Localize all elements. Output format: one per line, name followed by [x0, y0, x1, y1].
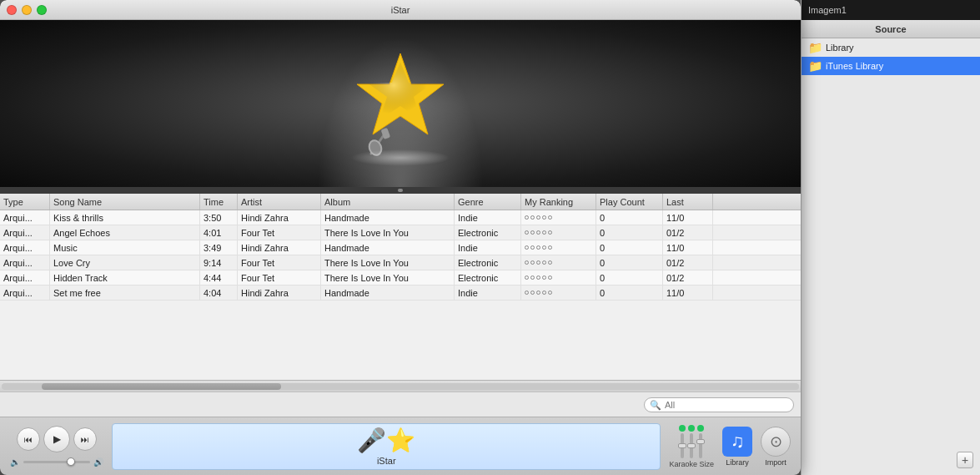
- cell-time: 9:14: [200, 255, 238, 270]
- istar-display: 🎤⭐ iStar: [112, 423, 661, 470]
- table-row[interactable]: Arqui... Set me free 4:04 Hindi Zahra Ha…: [0, 286, 801, 301]
- h-scroll-thumb[interactable]: [42, 383, 281, 390]
- cell-type: Arqui...: [0, 255, 50, 270]
- col-header-ranking[interactable]: My Ranking: [521, 194, 596, 210]
- cell-name: Hidden Track: [50, 270, 200, 285]
- right-sidebar: Imagem1 Source 📁 Library 📁 iTunes Librar…: [801, 0, 980, 475]
- volume-row: 🔈 🔊: [10, 457, 103, 467]
- library-button[interactable]: ♫ Library: [722, 427, 752, 467]
- cell-playcount: 0: [596, 255, 663, 270]
- horizontal-scrollbar[interactable]: [0, 380, 801, 392]
- karaoke-dot-2: [688, 425, 695, 432]
- close-button[interactable]: [7, 5, 17, 15]
- search-input[interactable]: [644, 397, 794, 412]
- volume-low-icon: 🔈: [10, 457, 20, 467]
- sidebar-item-library[interactable]: 📁 Library: [802, 38, 980, 57]
- cell-type: Arqui...: [0, 240, 50, 255]
- maximize-button[interactable]: [37, 5, 47, 15]
- cell-genre: Indie: [455, 240, 521, 255]
- ranking-dot: [530, 215, 535, 220]
- col-header-album[interactable]: Album: [321, 194, 455, 210]
- karaoke-slider-3: [697, 425, 704, 458]
- table-container: Type Song Name Time Artist Album Genre M…: [0, 194, 801, 392]
- cell-artist: Hindi Zahra: [238, 210, 321, 225]
- sidebar-label-itunes: iTunes Library: [826, 61, 883, 71]
- scroll-indicator: [0, 187, 801, 194]
- ranking-dot: [525, 291, 529, 295]
- cell-album: Handmade: [321, 240, 455, 255]
- col-header-artist[interactable]: Artist: [238, 194, 321, 210]
- ranking-dot: [530, 230, 535, 235]
- ranking-dot: [530, 291, 535, 295]
- col-header-playcount[interactable]: Play Count: [596, 194, 663, 210]
- col-header-last[interactable]: Last: [663, 194, 713, 210]
- cell-album: There Is Love In You: [321, 255, 455, 270]
- col-header-type[interactable]: Type: [0, 194, 50, 210]
- cell-playcount: 0: [596, 210, 663, 225]
- cell-playcount: 0: [596, 240, 663, 255]
- karaoke-track-1[interactable]: [681, 433, 684, 458]
- cell-ranking: [521, 270, 596, 285]
- sidebar-top-bar: Imagem1: [802, 0, 980, 20]
- add-source-button[interactable]: +: [957, 452, 973, 468]
- cell-name: Angel Echoes: [50, 225, 200, 240]
- ranking-dot: [542, 230, 546, 235]
- ranking-dot: [525, 230, 529, 235]
- karaoke-track-2[interactable]: [690, 433, 693, 458]
- cell-type: Arqui...: [0, 210, 50, 225]
- cell-artist: Four Tet: [238, 225, 321, 240]
- import-button[interactable]: ⊙ Import: [761, 427, 791, 467]
- cell-time: 3:50: [200, 210, 238, 225]
- ranking-dot: [548, 230, 552, 235]
- library-icon: ♫: [722, 427, 752, 457]
- folder-icon-itunes: 📁: [808, 59, 822, 73]
- ranking-dot: [530, 245, 535, 250]
- cell-time: 4:44: [200, 270, 238, 285]
- cell-playcount: 0: [596, 225, 663, 240]
- karaoke-dot-3: [697, 425, 704, 432]
- table-row[interactable]: Arqui... Love Cry 9:14 Four Tet There Is…: [0, 255, 801, 270]
- import-label: Import: [765, 458, 787, 467]
- title-bar: iStar: [0, 0, 801, 20]
- cell-playcount: 0: [596, 286, 663, 300]
- hero-star-icon: [350, 49, 450, 158]
- rewind-button[interactable]: ⏮: [17, 427, 40, 451]
- search-bar: 🔍: [0, 392, 801, 417]
- cell-time: 4:04: [200, 286, 238, 300]
- sidebar-item-itunes[interactable]: 📁 iTunes Library: [802, 57, 980, 75]
- cell-genre: Electronic: [455, 255, 521, 270]
- karaoke-section: Karaoke Size: [669, 425, 714, 468]
- h-scroll-track[interactable]: [2, 383, 799, 390]
- table-row[interactable]: Arqui... Hidden Track 4:44 Four Tet Ther…: [0, 270, 801, 286]
- cell-artist: Four Tet: [238, 255, 321, 270]
- karaoke-thumb-1[interactable]: [678, 443, 686, 448]
- ranking-dot: [536, 275, 540, 280]
- ranking-dot: [542, 215, 546, 220]
- karaoke-thumb-2[interactable]: [687, 443, 696, 448]
- cell-artist: Hindi Zahra: [238, 286, 321, 300]
- table-row[interactable]: Arqui... Music 3:49 Hindi Zahra Handmade…: [0, 240, 801, 255]
- cell-type: Arqui...: [0, 286, 50, 300]
- ranking-dot: [536, 245, 540, 250]
- col-header-time[interactable]: Time: [200, 194, 238, 210]
- table-row[interactable]: Arqui... Angel Echoes 4:01 Four Tet Ther…: [0, 225, 801, 240]
- ranking-dot: [548, 245, 552, 250]
- forward-button[interactable]: ⏭: [73, 427, 97, 451]
- col-header-genre[interactable]: Genre: [455, 194, 521, 210]
- ranking-dot: [525, 215, 529, 220]
- play-button[interactable]: ▶: [43, 426, 70, 452]
- ranking-dot: [548, 260, 552, 265]
- karaoke-slider-2: [688, 425, 695, 458]
- col-header-name[interactable]: Song Name: [50, 194, 200, 210]
- volume-slider[interactable]: [23, 461, 90, 463]
- search-wrapper: 🔍: [644, 397, 794, 412]
- cell-artist: Hindi Zahra: [238, 240, 321, 255]
- table-row[interactable]: Arqui... Kiss & thrills 3:50 Hindi Zahra…: [0, 210, 801, 225]
- cell-last: 01/2: [663, 225, 713, 240]
- minimize-button[interactable]: [22, 5, 32, 15]
- karaoke-label: Karaoke Size: [669, 460, 714, 468]
- volume-thumb[interactable]: [67, 457, 75, 466]
- scroll-dot: [398, 189, 403, 192]
- karaoke-track-3[interactable]: [699, 433, 702, 458]
- cell-ranking: [521, 225, 596, 240]
